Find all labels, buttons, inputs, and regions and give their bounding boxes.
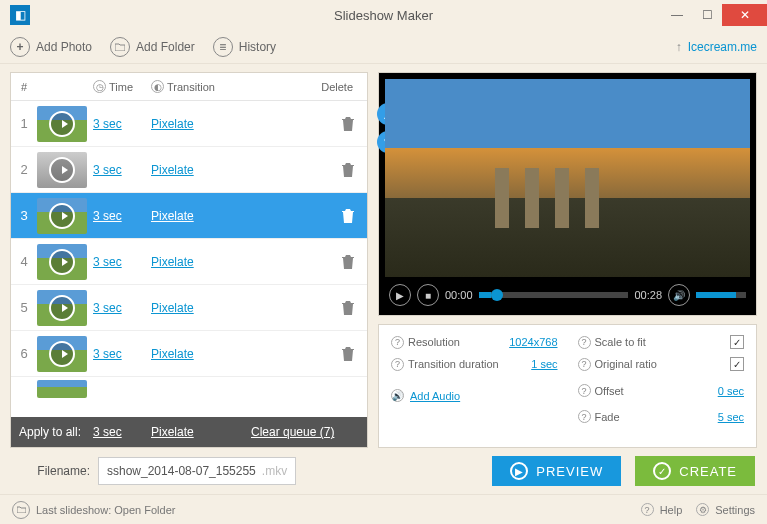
- table-row[interactable]: 53 secPixelate: [11, 285, 367, 331]
- table-row[interactable]: 13 secPixelate: [11, 101, 367, 147]
- stop-button[interactable]: ■: [417, 284, 439, 306]
- close-button[interactable]: ✕: [722, 4, 767, 26]
- video-preview[interactable]: [385, 79, 750, 277]
- delete-button[interactable]: [341, 208, 355, 224]
- preview-panel: ▶ ■ 00:00 00:28 🔊: [378, 72, 757, 316]
- filename-bar: Filename: sshow_2014-08-07_155255 .mkv ▶…: [0, 448, 767, 494]
- row-transition[interactable]: Pixelate: [151, 163, 194, 177]
- help-button[interactable]: ? Help: [641, 503, 683, 516]
- add-photo-label: Add Photo: [36, 40, 92, 54]
- history-button[interactable]: ≡ History: [213, 37, 276, 57]
- row-num: 3: [11, 208, 37, 223]
- slide-thumbnail[interactable]: [37, 106, 87, 142]
- delete-button[interactable]: [341, 346, 355, 362]
- brand-label: Icecream.me: [688, 40, 757, 54]
- playback-controls: ▶ ■ 00:00 00:28 🔊: [383, 279, 752, 311]
- row-time[interactable]: 3 sec: [93, 347, 122, 361]
- help-icon[interactable]: ?: [391, 358, 404, 371]
- row-transition[interactable]: Pixelate: [151, 301, 194, 315]
- add-audio-button[interactable]: Add Audio: [410, 390, 460, 402]
- apply-all-bar: Apply to all: 3 sec Pixelate Clear queue…: [11, 417, 367, 447]
- create-label: CREATE: [679, 464, 737, 479]
- help-icon[interactable]: ?: [578, 358, 591, 371]
- window-title: Slideshow Maker: [0, 8, 767, 23]
- row-num: 1: [11, 116, 37, 131]
- help-icon[interactable]: ?: [391, 336, 404, 349]
- row-time[interactable]: 3 sec: [93, 163, 122, 177]
- scale-checkbox[interactable]: ✓: [730, 335, 744, 349]
- ratio-label: Original ratio: [595, 358, 657, 370]
- row-num: 5: [11, 300, 37, 315]
- slide-thumbnail[interactable]: [37, 244, 87, 280]
- delete-button[interactable]: [341, 254, 355, 270]
- row-time[interactable]: 3 sec: [93, 209, 122, 223]
- transdur-value[interactable]: 1 sec: [531, 358, 557, 370]
- time-total: 00:28: [634, 289, 662, 301]
- scale-label: Scale to fit: [595, 336, 646, 348]
- create-button[interactable]: ✓ CREATE: [635, 456, 755, 486]
- filename-input[interactable]: sshow_2014-08-07_155255 .mkv: [98, 457, 296, 485]
- volume-slider[interactable]: [696, 292, 746, 298]
- filename-label: Filename:: [12, 464, 90, 478]
- slide-thumbnail[interactable]: [37, 198, 87, 234]
- play-button[interactable]: ▶: [389, 284, 411, 306]
- app-icon: ◧: [10, 5, 30, 25]
- help-icon: ?: [641, 503, 654, 516]
- filename-value: sshow_2014-08-07_155255: [107, 464, 256, 478]
- apply-all-time[interactable]: 3 sec: [93, 425, 151, 439]
- seek-bar[interactable]: [479, 292, 629, 298]
- add-folder-button[interactable]: Add Folder: [110, 37, 195, 57]
- footer: Last slideshow: Open Folder ? Help ⚙ Set…: [0, 494, 767, 524]
- table-row[interactable]: 63 secPixelate: [11, 331, 367, 377]
- row-num: 4: [11, 254, 37, 269]
- offset-value[interactable]: 0 sec: [718, 385, 744, 397]
- resolution-value[interactable]: 1024x768: [509, 336, 557, 348]
- apply-all-transition[interactable]: Pixelate: [151, 425, 251, 439]
- preview-button[interactable]: ▶ PREVIEW: [492, 456, 621, 486]
- time-current: 00:00: [445, 289, 473, 301]
- delete-button[interactable]: [341, 162, 355, 178]
- add-photo-button[interactable]: + Add Photo: [10, 37, 92, 57]
- transition-icon: ◐: [151, 80, 164, 93]
- folder-icon: [110, 37, 130, 57]
- settings-button[interactable]: ⚙ Settings: [696, 503, 755, 516]
- brand-link[interactable]: ↑ Icecream.me: [676, 40, 757, 54]
- table-row[interactable]: 43 secPixelate: [11, 239, 367, 285]
- row-transition[interactable]: Pixelate: [151, 117, 194, 131]
- slide-thumbnail[interactable]: [37, 152, 87, 188]
- table-header: # ◷Time ◐Transition Delete: [11, 73, 367, 101]
- col-delete-header: Delete: [271, 81, 367, 93]
- help-icon[interactable]: ?: [578, 384, 591, 397]
- last-slideshow[interactable]: Last slideshow: Open Folder: [36, 504, 175, 516]
- slide-thumbnail[interactable]: [37, 290, 87, 326]
- slide-thumbnail[interactable]: [37, 336, 87, 372]
- mute-button[interactable]: 🔊: [668, 284, 690, 306]
- maximize-button[interactable]: ☐: [692, 4, 722, 26]
- fade-value[interactable]: 5 sec: [718, 411, 744, 423]
- minimize-button[interactable]: —: [662, 4, 692, 26]
- history-icon: ≡: [213, 37, 233, 57]
- resolution-label: Resolution: [408, 336, 460, 348]
- table-row[interactable]: 23 secPixelate: [11, 147, 367, 193]
- ratio-checkbox[interactable]: ✓: [730, 357, 744, 371]
- row-time[interactable]: 3 sec: [93, 301, 122, 315]
- delete-button[interactable]: [341, 116, 355, 132]
- table-row[interactable]: [11, 377, 367, 401]
- table-row[interactable]: 33 secPixelate: [11, 193, 367, 239]
- row-time[interactable]: 3 sec: [93, 255, 122, 269]
- clear-queue-button[interactable]: Clear queue (7): [251, 425, 334, 439]
- filename-ext: .mkv: [262, 464, 287, 478]
- help-icon[interactable]: ?: [578, 336, 591, 349]
- help-icon[interactable]: ?: [578, 410, 591, 423]
- row-transition[interactable]: Pixelate: [151, 209, 194, 223]
- history-label: History: [239, 40, 276, 54]
- plus-icon: +: [10, 37, 30, 57]
- clock-icon: ◷: [93, 80, 106, 93]
- row-transition[interactable]: Pixelate: [151, 255, 194, 269]
- row-time[interactable]: 3 sec: [93, 117, 122, 131]
- toolbar: + Add Photo Add Folder ≡ History ↑ Icecr…: [0, 30, 767, 64]
- col-time-header: Time: [109, 81, 133, 93]
- slide-thumbnail[interactable]: [37, 380, 87, 398]
- row-transition[interactable]: Pixelate: [151, 347, 194, 361]
- delete-button[interactable]: [341, 300, 355, 316]
